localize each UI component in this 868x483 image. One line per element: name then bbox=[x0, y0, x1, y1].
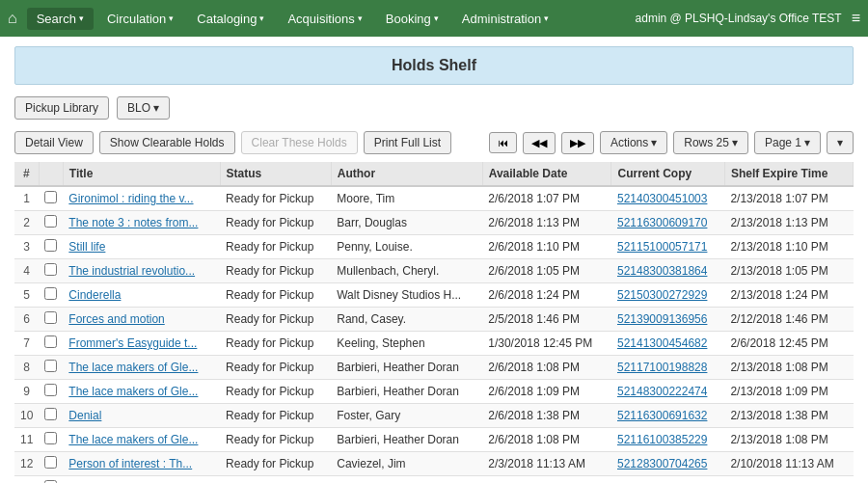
row-checkbox[interactable] bbox=[44, 239, 57, 252]
col-copy: Current Copy bbox=[611, 162, 724, 186]
cell-copy[interactable]: 52140300451003 bbox=[611, 186, 724, 211]
page-arrow: ▾ bbox=[804, 136, 810, 149]
table-row: 8The lace makers of Gle...Ready for Pick… bbox=[14, 356, 854, 380]
row-checkbox[interactable] bbox=[44, 287, 57, 300]
cell-checkbox[interactable] bbox=[39, 211, 63, 235]
row-checkbox[interactable] bbox=[44, 263, 57, 276]
cell-copy[interactable]: 52148300222474 bbox=[611, 380, 724, 404]
cell-checkbox[interactable] bbox=[39, 235, 63, 259]
print-full-list-button[interactable]: Print Full List bbox=[364, 131, 451, 154]
hamburger-icon[interactable]: ≡ bbox=[852, 10, 860, 27]
cell-title[interactable]: Frommer's Easyguide t... bbox=[63, 332, 220, 356]
cell-title[interactable]: The lace makers of Gle... bbox=[63, 428, 220, 452]
cell-available: 2/6/2018 1:07 PM bbox=[482, 186, 611, 211]
cell-available: 2/6/2018 1:13 PM bbox=[482, 211, 611, 235]
row-checkbox[interactable] bbox=[44, 215, 57, 228]
nav-cataloging-arrow: ▾ bbox=[259, 13, 264, 23]
cell-title[interactable]: Person of interest : Th... bbox=[63, 452, 220, 476]
cell-copy[interactable]: 52150300272929 bbox=[611, 283, 724, 308]
clear-these-button[interactable]: Clear These Holds bbox=[241, 131, 358, 154]
pickup-library-dropdown[interactable]: BLO ▾ bbox=[117, 96, 170, 120]
cell-checkbox[interactable] bbox=[39, 356, 63, 380]
cell-title[interactable]: The note 3 : notes from... bbox=[63, 211, 220, 235]
cell-expire: 2/13/2018 1:08 PM bbox=[724, 356, 853, 380]
detail-view-button[interactable]: Detail View bbox=[14, 131, 94, 154]
col-status: Status bbox=[220, 162, 331, 186]
row-checkbox[interactable] bbox=[44, 432, 57, 444]
cell-num: 8 bbox=[14, 356, 39, 380]
cell-checkbox[interactable] bbox=[39, 308, 63, 332]
first-page-button[interactable]: ⏮ bbox=[489, 132, 517, 153]
nav-search[interactable]: Search ▾ bbox=[27, 8, 94, 30]
cell-checkbox[interactable] bbox=[39, 404, 63, 428]
page-content: Holds Shelf Pickup Library BLO ▾ Detail … bbox=[0, 37, 868, 483]
row-checkbox[interactable] bbox=[44, 311, 57, 324]
cell-title[interactable]: Still life bbox=[63, 235, 220, 259]
show-clearable-button[interactable]: Show Clearable Holds bbox=[99, 131, 235, 154]
nav-booking[interactable]: Booking ▾ bbox=[376, 8, 448, 30]
home-icon[interactable]: ⌂ bbox=[8, 10, 17, 27]
cell-copy[interactable]: 52116100385229 bbox=[611, 428, 724, 452]
row-checkbox[interactable] bbox=[44, 191, 57, 203]
cell-title[interactable]: Denial bbox=[63, 404, 220, 428]
cell-copy[interactable]: 52148300381864 bbox=[611, 259, 724, 283]
cell-copy[interactable]: 52117100198828 bbox=[611, 356, 724, 380]
cell-num: 4 bbox=[14, 259, 39, 283]
cell-status: Ready for Pickup bbox=[220, 380, 331, 404]
pickup-library-button[interactable]: Pickup Library bbox=[14, 96, 109, 120]
cell-copy[interactable]: 52141300454682 bbox=[611, 332, 724, 356]
cell-checkbox[interactable] bbox=[39, 283, 63, 308]
cell-checkbox[interactable] bbox=[39, 428, 63, 452]
cell-author: Foster, Gary bbox=[331, 404, 482, 428]
cell-copy[interactable]: 52126300723913 bbox=[611, 476, 724, 484]
nav-acquisitions[interactable]: Acquisitions ▾ bbox=[278, 8, 371, 30]
cell-num: 13 bbox=[14, 476, 39, 484]
cell-status: Ready for Pickup bbox=[220, 308, 331, 332]
nav-administration[interactable]: Administration ▾ bbox=[452, 8, 558, 30]
cell-title[interactable]: Cinderella bbox=[63, 283, 220, 308]
cell-copy[interactable]: 52139009136956 bbox=[611, 308, 724, 332]
cell-author: Mullenbach, Cheryl. bbox=[331, 259, 482, 283]
rows-dropdown[interactable]: Rows 25 ▾ bbox=[673, 131, 748, 154]
table-row: 10DenialReady for PickupFoster, Gary2/6/… bbox=[14, 404, 854, 428]
cell-checkbox[interactable] bbox=[39, 186, 63, 211]
cell-num: 7 bbox=[14, 332, 39, 356]
cell-checkbox[interactable] bbox=[39, 380, 63, 404]
cell-copy[interactable]: 52116300609170 bbox=[611, 211, 724, 235]
cell-checkbox[interactable] bbox=[39, 476, 63, 484]
cell-num: 12 bbox=[14, 452, 39, 476]
actions-dropdown[interactable]: Actions ▾ bbox=[600, 131, 667, 154]
row-checkbox[interactable] bbox=[44, 384, 57, 396]
page-dropdown[interactable]: Page 1 ▾ bbox=[754, 131, 821, 154]
row-checkbox[interactable] bbox=[44, 335, 57, 348]
cell-status: Ready for Pickup bbox=[220, 283, 331, 308]
cell-title[interactable]: Gironimol : riding the v... bbox=[63, 186, 220, 211]
cell-available: 2/6/2018 1:10 PM bbox=[482, 235, 611, 259]
cell-title[interactable]: The lace makers of Gle... bbox=[63, 380, 220, 404]
cell-title[interactable]: Christmas : 16 most re... bbox=[63, 476, 220, 484]
row-checkbox[interactable] bbox=[44, 408, 57, 420]
cell-expire: 2/12/2018 1:46 PM bbox=[724, 308, 853, 332]
nav-cataloging[interactable]: Cataloging ▾ bbox=[187, 8, 274, 30]
cell-expire: 2/10/2018 11:13 AM bbox=[724, 452, 853, 476]
col-num: # bbox=[14, 162, 39, 186]
cell-author: Walt Disney Studios H... bbox=[331, 283, 482, 308]
prev-page-button[interactable]: ◀◀ bbox=[523, 132, 556, 154]
cell-copy[interactable]: 52115100057171 bbox=[611, 235, 724, 259]
holds-table-container: # Title Status Author Available Date Cur… bbox=[14, 162, 854, 483]
next-page-button[interactable]: ▶▶ bbox=[561, 132, 594, 154]
cell-copy[interactable]: 52128300704265 bbox=[611, 452, 724, 476]
extra-dropdown[interactable]: ▾ bbox=[827, 131, 854, 154]
cell-checkbox[interactable] bbox=[39, 332, 63, 356]
row-checkbox[interactable] bbox=[44, 360, 57, 372]
row-checkbox[interactable] bbox=[44, 456, 57, 469]
cell-title[interactable]: The lace makers of Gle... bbox=[63, 356, 220, 380]
pickup-library-row: Pickup Library BLO ▾ bbox=[14, 96, 854, 120]
nav-circulation[interactable]: Circulation ▾ bbox=[97, 8, 183, 30]
cell-copy[interactable]: 52116300691632 bbox=[611, 404, 724, 428]
cell-expire: 2/13/2018 1:10 PM bbox=[724, 235, 853, 259]
cell-checkbox[interactable] bbox=[39, 259, 63, 283]
cell-title[interactable]: Forces and motion bbox=[63, 308, 220, 332]
cell-checkbox[interactable] bbox=[39, 452, 63, 476]
cell-title[interactable]: The industrial revolutio... bbox=[63, 259, 220, 283]
